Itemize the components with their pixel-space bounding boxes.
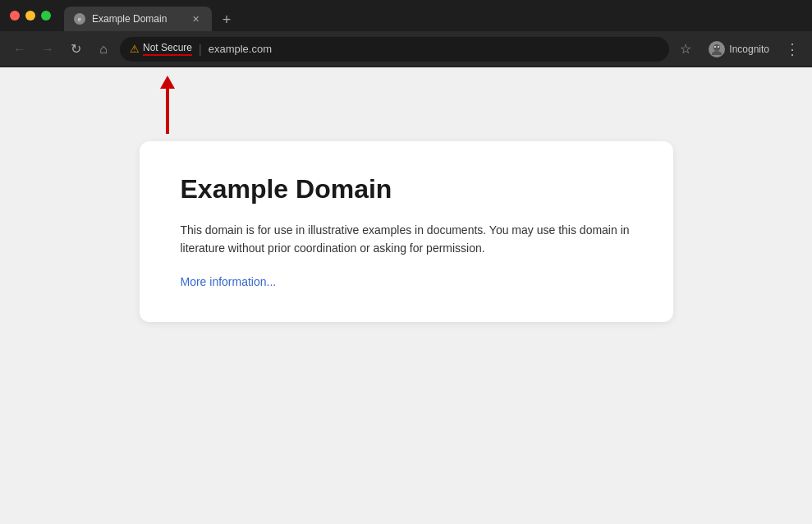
back-button[interactable]: ← xyxy=(8,38,31,61)
bookmark-button[interactable]: ☆ xyxy=(674,38,697,61)
address-input-wrapper[interactable]: ⚠ Not Secure | example.com xyxy=(120,37,669,62)
tab-title: Example Domain xyxy=(92,13,182,25)
new-tab-button[interactable]: + xyxy=(215,8,238,31)
page-description: This domain is for use in illustrative e… xyxy=(181,221,632,258)
active-tab[interactable]: e Example Domain ✕ xyxy=(64,7,212,31)
home-button[interactable]: ⌂ xyxy=(92,38,115,61)
arrow-line xyxy=(166,89,169,134)
refresh-button[interactable]: ↻ xyxy=(64,38,87,61)
forward-button[interactable]: → xyxy=(36,38,59,61)
svg-point-2 xyxy=(713,44,720,51)
traffic-lights xyxy=(10,11,51,21)
incognito-label: Incognito xyxy=(729,44,769,55)
warning-triangle-icon: ⚠ xyxy=(130,43,140,55)
address-right-controls: ☆ Incognito ⋮ xyxy=(674,38,804,61)
svg-point-5 xyxy=(718,46,719,48)
arrow-head xyxy=(160,76,175,89)
title-bar: e Example Domain ✕ + xyxy=(0,0,812,31)
maximize-button[interactable] xyxy=(41,11,51,21)
tabs-area: e Example Domain ✕ + xyxy=(64,0,802,31)
address-bar: ← → ↻ ⌂ ⚠ Not Secure | example.com ☆ xyxy=(0,31,812,67)
security-warning[interactable]: ⚠ Not Secure xyxy=(130,42,192,56)
tab-close-button[interactable]: ✕ xyxy=(189,12,202,25)
browser-menu-button[interactable]: ⋮ xyxy=(781,38,804,61)
page-title: Example Domain xyxy=(181,174,632,205)
content-card: Example Domain This domain is for use in… xyxy=(140,141,673,322)
close-button[interactable] xyxy=(10,11,20,21)
minimize-button[interactable] xyxy=(25,11,35,21)
svg-point-3 xyxy=(712,51,722,55)
not-secure-label: Not Secure xyxy=(143,42,192,56)
incognito-button[interactable]: Incognito xyxy=(702,38,776,61)
incognito-icon xyxy=(709,41,725,57)
address-url: example.com xyxy=(209,43,660,55)
address-separator: | xyxy=(199,43,202,56)
svg-text:e: e xyxy=(78,16,81,22)
tab-favicon: e xyxy=(74,13,85,25)
more-info-link[interactable]: More information... xyxy=(181,275,277,288)
annotation-arrow xyxy=(160,76,175,134)
page-content: Example Domain This domain is for use in… xyxy=(0,67,812,524)
svg-point-4 xyxy=(714,46,716,48)
